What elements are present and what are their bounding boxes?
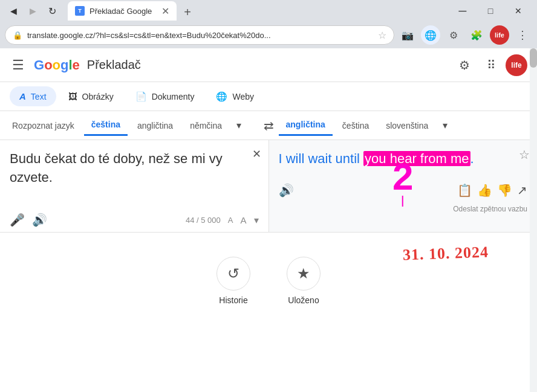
mic-icon[interactable]: 🎤 [10, 213, 25, 227]
annotation-number: 2 [392, 158, 413, 207]
lang-cs-tgt[interactable]: čeština [335, 116, 376, 135]
output-highlight: you hear from me [363, 151, 470, 166]
app-settings-icon[interactable]: ⚙ [452, 53, 477, 77]
thumbs-up-icon[interactable]: 👍 [477, 183, 492, 198]
share-icon[interactable]: ↗ [517, 183, 527, 198]
address-text: translate.google.cz/?hl=cs&sl=cs&tl=en&t… [27, 31, 373, 40]
output-text-after: . [470, 151, 474, 166]
extensions-icon[interactable]: 🧩 [467, 25, 486, 45]
saved-icon-circle: ★ [287, 257, 321, 291]
history-item[interactable]: ↺ Historie [216, 257, 250, 305]
lang-de-src[interactable]: němčina [183, 116, 229, 135]
settings-icon[interactable]: ⚙ [444, 25, 463, 45]
saved-label: Uloženo [288, 295, 319, 305]
copy-icon[interactable]: 📋 [457, 183, 472, 198]
app-profile-btn[interactable]: life [506, 54, 527, 76]
speaker-icon[interactable]: 🔊 [32, 213, 47, 227]
target-lang-more[interactable]: ▾ [438, 115, 452, 136]
font-size-increase[interactable]: A [240, 215, 246, 225]
tab-documents[interactable]: 📄 Dokumenty [126, 86, 204, 107]
tab-text-label: Text [31, 92, 47, 101]
tab-images[interactable]: 🖼 Obrázky [59, 86, 123, 106]
translate-icon[interactable]: 🌐 [421, 25, 440, 45]
win-close-btn[interactable]: ✕ [504, 1, 532, 21]
output-panel: I will wait until you hear from me. 2 ☆ … [269, 140, 538, 232]
scrollbar-thumb[interactable] [530, 48, 537, 68]
translation-panels: Budu čekat do té doby, než se mi vy ozve… [0, 140, 537, 233]
app-header: ☰ Google Překladač ⚙ ⠿ life [0, 48, 537, 82]
target-lang-selector: angličtina čeština slovenština ▾ [279, 115, 533, 136]
clear-btn[interactable]: ✕ [252, 147, 261, 161]
tab-images-icon: 🖼 [68, 91, 77, 101]
char-count: 44 / 5 000 [186, 216, 221, 225]
lang-en-src[interactable]: angličtina [130, 116, 180, 135]
output-text-before: I will wait until [279, 151, 364, 166]
win-restore-btn[interactable]: □ [477, 1, 504, 21]
tab-images-label: Obrázky [82, 92, 114, 101]
tab-favicon: T [75, 6, 85, 16]
lang-cs[interactable]: čeština [84, 115, 128, 136]
scrollbar-track [530, 48, 537, 392]
feedback-link[interactable]: Odeslat zpětnou vazbu [453, 205, 527, 213]
source-lang-more[interactable]: ▾ [232, 115, 246, 136]
annotation-line [402, 196, 403, 207]
lang-sk-tgt[interactable]: slovenština [379, 116, 435, 135]
app-grid-icon[interactable]: ⠿ [479, 53, 503, 77]
input-text[interactable]: Budu čekat do té doby, než se mi vy ozve… [10, 150, 244, 198]
address-bar[interactable]: 🔒 translate.google.cz/?hl=cs&sl=cs&tl=en… [5, 25, 394, 45]
app-name: Překladač [87, 58, 141, 72]
source-lang-selector: Rozpoznat jazyk čeština angličtina němči… [5, 115, 259, 136]
tab-text-icon: A [19, 91, 26, 101]
win-controls: ─ □ ✕ [449, 1, 532, 21]
history-label: Historie [219, 295, 247, 305]
browser-forward-btn[interactable]: ▶ [24, 2, 41, 19]
date-annotation: 31. 10. 2024 [403, 243, 489, 265]
life-profile-btn[interactable]: life [490, 25, 509, 45]
browser-back-btn[interactable]: ◀ [5, 2, 22, 19]
input-footer: 🎤 🔊 44 / 5 000 A A ▾ [0, 208, 268, 232]
lock-icon: 🔒 [13, 31, 22, 40]
tab-title: Překladač Google [90, 7, 152, 16]
font-size-decrease[interactable]: A [228, 216, 233, 225]
tab-documents-label: Dokumenty [152, 92, 195, 101]
lang-en-tgt[interactable]: angličtina [279, 115, 333, 136]
lang-selectors-row: Rozpoznat jazyk čeština angličtina němči… [0, 111, 537, 140]
tab-websites-label: Weby [232, 92, 254, 101]
hamburger-menu[interactable]: ☰ [10, 55, 27, 76]
output-speaker-icon[interactable]: 🔊 [279, 183, 294, 198]
tab-websites-icon: 🌐 [216, 91, 227, 102]
browser-menu-btn[interactable]: ⋮ [513, 25, 532, 45]
google-logo: Google [34, 57, 80, 73]
star-btn[interactable]: ☆ [519, 147, 530, 162]
browser-tab[interactable]: T Překladač Google ✕ [68, 1, 177, 21]
saved-item[interactable]: ★ Uloženo [287, 257, 321, 305]
nav-tabs-bar: A Text 🖼 Obrázky 📄 Dokumenty 🌐 Weby [0, 82, 537, 111]
input-panel: Budu čekat do té doby, než se mi vy ozve… [0, 140, 269, 232]
new-tab-btn[interactable]: + [179, 4, 196, 21]
tab-documents-icon: 📄 [135, 91, 147, 102]
history-icon-circle: ↺ [216, 257, 250, 291]
more-options-icon[interactable]: ▾ [254, 214, 259, 226]
bottom-icons: ↺ Historie ★ Uloženo [216, 257, 321, 305]
tab-websites[interactable]: 🌐 Weby [206, 86, 264, 107]
lang-auto[interactable]: Rozpoznat jazyk [5, 116, 82, 135]
browser-refresh-btn[interactable]: ↻ [44, 2, 60, 19]
win-minimize-btn[interactable]: ─ [449, 1, 477, 21]
thumbs-down-icon[interactable]: 👎 [497, 183, 512, 198]
bookmark-icon[interactable]: ☆ [378, 30, 386, 41]
tab-close-btn[interactable]: ✕ [161, 5, 169, 17]
lang-swap-btn[interactable]: ⇄ [259, 114, 279, 138]
camera-icon[interactable]: 📷 [398, 25, 417, 45]
tab-text[interactable]: A Text [10, 86, 56, 106]
bottom-area: 31. 10. 2024 ↺ Historie ★ Uloženo [0, 233, 537, 317]
